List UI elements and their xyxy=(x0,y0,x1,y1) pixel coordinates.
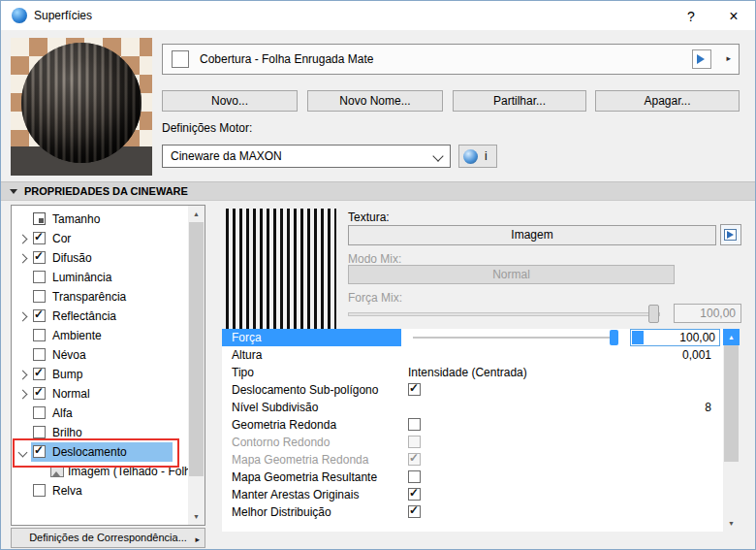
tree-item-label: Normal xyxy=(52,387,90,401)
tree-item-transparencia[interactable]: Transparência xyxy=(12,287,188,307)
checkbox-alfa[interactable] xyxy=(33,406,46,419)
checkbox-bump[interactable] xyxy=(33,368,46,380)
window-title: Superfícies xyxy=(34,9,92,22)
property-value[interactable]: 8 xyxy=(705,401,711,414)
delete-button[interactable]: Apagar... xyxy=(595,90,740,112)
property-label: Tipo xyxy=(232,366,254,379)
new-button[interactable]: Novo... xyxy=(162,90,298,112)
property-value[interactable]: Intensidade (Centrada) xyxy=(408,366,527,379)
load-image-button[interactable] xyxy=(720,224,741,245)
property-label: Manter Arestas Originais xyxy=(232,488,359,501)
property-row-melhor-distribuicao[interactable]: Melhor Distribuição xyxy=(222,503,723,521)
tree-item-imagem-telhado[interactable]: Imagem (Telhado - Folha C xyxy=(12,462,188,481)
chevron-down-icon[interactable] xyxy=(18,448,28,458)
property-row-nivel-subdivisao[interactable]: Nível Subdivisão 8 xyxy=(222,399,723,416)
checkbox-nevoa[interactable] xyxy=(33,348,46,361)
property-row-tipo[interactable]: Tipo Intensidade (Centrada) xyxy=(222,364,723,381)
scroll-down-icon: ▼ xyxy=(193,513,200,520)
tree-item-normal[interactable]: Normal xyxy=(12,384,188,404)
share-button[interactable]: Partilhar... xyxy=(453,90,586,112)
checkbox-melhor-distribuicao[interactable] xyxy=(408,505,421,518)
forca-value-field[interactable]: 100,00 xyxy=(630,329,720,346)
property-row-altura[interactable]: Altura 0,001 xyxy=(222,346,723,364)
scroll-down-button[interactable]: ▼ xyxy=(188,508,205,525)
checkbox-geometria-redonda[interactable] xyxy=(408,418,421,431)
texture-thumbnail[interactable] xyxy=(226,209,336,332)
tree-item-label: Bump xyxy=(52,368,82,381)
chevron-right-icon[interactable] xyxy=(18,312,28,322)
scroll-up-icon: ▲ xyxy=(193,210,200,217)
tree-scrollbar[interactable]: ▲ ▼ xyxy=(188,206,205,525)
checkbox-mapa-geometria-resultante[interactable] xyxy=(408,470,421,483)
scroll-down-button[interactable]: ▼ xyxy=(723,515,740,532)
texture-image-button[interactable]: Imagem xyxy=(348,225,716,245)
tree-item-alfa[interactable]: Alfa xyxy=(12,404,188,423)
tree-item-luminancia[interactable]: Luminância xyxy=(12,268,188,287)
scrollbar-thumb[interactable] xyxy=(189,222,204,476)
engine-settings-label: Definições Motor: xyxy=(162,121,252,135)
chevron-right-icon[interactable] xyxy=(18,390,28,400)
tree-item-cor[interactable]: Cor xyxy=(12,229,188,248)
property-row-forca[interactable]: Força 100,00 xyxy=(222,329,723,346)
property-label: Força xyxy=(232,331,262,344)
scroll-up-icon: ▲ xyxy=(728,334,735,340)
tree-item-relva[interactable]: Relva xyxy=(12,481,188,501)
checkbox-transparencia[interactable] xyxy=(33,290,46,303)
tree-item-deslocamento[interactable]: Deslocamento xyxy=(12,442,188,462)
matching-settings-button[interactable]: Definições de Correspondência... ▸ xyxy=(11,528,205,548)
help-button[interactable]: ? xyxy=(676,4,707,27)
tree-item-ambiente[interactable]: Ambiente xyxy=(12,326,188,345)
tree-item-tamanho[interactable]: Tamanho xyxy=(12,210,188,229)
chevron-right-icon[interactable] xyxy=(18,235,28,244)
property-label: Mapa Geometria Redonda xyxy=(232,453,368,467)
property-row-geometria-redonda[interactable]: Geometria Redonda xyxy=(222,416,723,434)
checkbox-ambiente[interactable] xyxy=(33,329,46,341)
forca-slider-track[interactable] xyxy=(413,337,618,339)
property-label: Nível Subdivisão xyxy=(232,401,318,414)
mix-strength-value: 100,00 xyxy=(674,304,741,323)
mix-strength-label: Força Mix: xyxy=(348,291,402,305)
cineware-info-button[interactable]: i xyxy=(458,145,497,168)
chevron-right-icon[interactable] xyxy=(18,254,28,264)
chevron-right-icon[interactable] xyxy=(18,371,28,380)
property-value[interactable]: 0,001 xyxy=(682,348,711,362)
scrollbar-thumb[interactable] xyxy=(724,345,739,462)
tree-item-brilho[interactable]: Brilho xyxy=(12,423,188,442)
scroll-up-button[interactable]: ▲ xyxy=(188,206,205,222)
tree-item-nevoa[interactable]: Névoa xyxy=(12,345,188,365)
forca-slider-thumb[interactable] xyxy=(610,330,618,345)
property-row-mapa-geometria-resultante[interactable]: Mapa Geometria Resultante xyxy=(222,469,723,486)
tree-item-difusao[interactable]: Difusão xyxy=(12,248,188,268)
forca-value: 100,00 xyxy=(679,331,715,344)
checkbox-relva[interactable] xyxy=(33,484,46,497)
material-picker-icon[interactable] xyxy=(692,49,711,69)
checkbox-reflectancia[interactable] xyxy=(33,309,46,322)
close-button[interactable]: × xyxy=(718,4,749,27)
material-preview[interactable] xyxy=(11,38,152,176)
checkbox-cor[interactable] xyxy=(33,232,46,244)
rename-button[interactable]: Novo Nome... xyxy=(307,90,443,112)
checkbox-luminancia[interactable] xyxy=(33,271,46,283)
checkbox-deslocamento-sub-poligono[interactable] xyxy=(408,383,421,396)
titlebar: Superfícies ? × xyxy=(1,1,755,30)
engine-dropdown[interactable]: Cineware da MAXON xyxy=(162,145,451,168)
tree-item-bump[interactable]: Bump xyxy=(12,365,188,384)
texture-label: Textura: xyxy=(348,210,390,224)
checkbox-manter-arestas-originais[interactable] xyxy=(408,488,421,501)
checkbox-normal[interactable] xyxy=(33,387,46,400)
tree-item-reflectancia[interactable]: Reflectância xyxy=(12,307,188,326)
property-row-deslocamento-sub-poligono[interactable]: Deslocamento Sub-polígono xyxy=(222,381,723,399)
flyout-arrow-icon: ▸ xyxy=(726,53,731,63)
checkbox-difusao[interactable] xyxy=(33,251,46,264)
cineware-icon xyxy=(463,149,478,164)
property-label: Geometria Redonda xyxy=(232,418,336,432)
checkbox-deslocamento[interactable] xyxy=(33,445,46,458)
checkbox-brilho[interactable] xyxy=(33,426,46,438)
property-row-manter-arestas-originais[interactable]: Manter Arestas Originais xyxy=(222,486,723,503)
material-selector[interactable]: Cobertura - Folha Enrugada Mate ▸ xyxy=(162,44,740,75)
app-icon xyxy=(12,8,27,23)
property-scrollbar[interactable]: ▲ ▼ xyxy=(723,329,740,532)
scroll-up-button[interactable]: ▲ xyxy=(723,329,740,345)
section-collapse-icon[interactable] xyxy=(10,189,17,194)
section-header-cineware-properties[interactable]: PROPRIEDADES DA CINEWARE xyxy=(1,181,756,201)
